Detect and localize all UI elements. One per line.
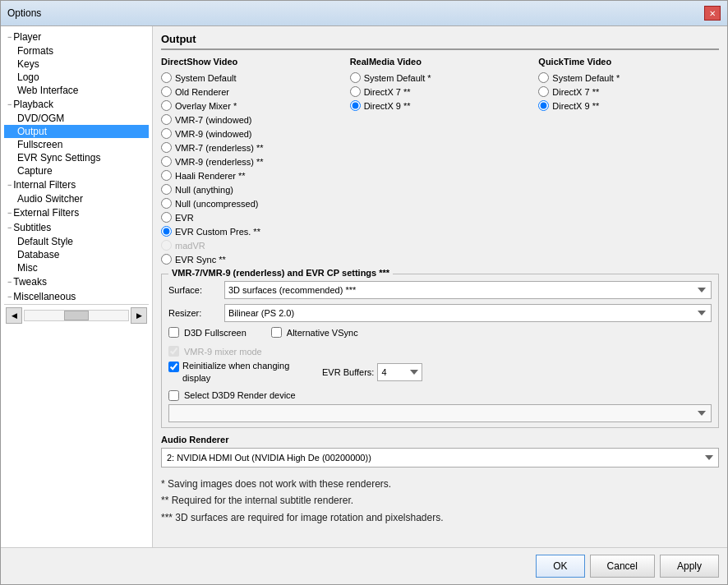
sidebar-item-default-style[interactable]: Default Style	[4, 235, 149, 248]
evr-buffers-label: EVR Buffers:	[322, 367, 374, 377]
radio-label-rm-system-default: System Default *	[364, 73, 431, 83]
radio-label-ds-old-renderer: Old Renderer	[175, 87, 229, 97]
radio-label-qt-system-default: System Default *	[552, 73, 620, 83]
directshow-title: DirectShow Video	[161, 57, 342, 67]
main-content: − PlayerFormatsKeysLogoWeb Interface− Pl…	[1, 26, 727, 547]
radio-item-ds-evr-sync: EVR Sync **	[161, 253, 342, 265]
expand-icon: −	[7, 33, 12, 41]
scroll-thumb[interactable]	[64, 311, 89, 320]
sidebar-item-miscellaneous[interactable]: − Miscellaneous	[4, 289, 149, 304]
radio-item-ds-madvr: madVR	[161, 239, 342, 251]
radio-qt-system-default[interactable]	[538, 72, 549, 83]
radio-label-ds-vmr7-windowed: VMR-7 (windowed)	[175, 115, 252, 125]
d3d9-device-checkbox[interactable]	[168, 390, 179, 401]
scroll-left-button[interactable]: ◀	[6, 307, 22, 324]
vmr9-mixer-checkbox[interactable]	[168, 346, 179, 357]
close-button[interactable]: ✕	[704, 6, 721, 21]
resizer-select[interactable]: Bilinear (PS 2.0)	[224, 304, 712, 322]
sidebar-item-tweaks[interactable]: − Tweaks	[4, 274, 149, 289]
sidebar-item-capture[interactable]: Capture	[4, 164, 149, 177]
radio-label-ds-null-uncompressed: Null (uncompressed)	[175, 199, 258, 209]
sidebar-item-internal-filters[interactable]: − Internal Filters	[4, 177, 149, 192]
radio-label-ds-null-anything: Null (anything)	[175, 185, 233, 195]
sidebar-item-dvd-ogm[interactable]: DVD/OGM	[4, 112, 149, 125]
video-sections: DirectShow Video System DefaultOld Rende…	[161, 57, 719, 265]
notes-section: * Saving images does not work with these…	[161, 476, 719, 526]
alt-vsync-label: Alternative VSync	[287, 328, 358, 338]
note-line: * Saving images does not work with these…	[161, 476, 719, 492]
radio-item-qt-directx9: DirectX 9 **	[538, 99, 719, 112]
radio-item-qt-directx7: DirectX 7 **	[538, 85, 719, 98]
radio-ds-overlay-mixer[interactable]	[161, 100, 172, 111]
radio-ds-old-renderer[interactable]	[161, 86, 172, 97]
sidebar-item-evr-sync[interactable]: EVR Sync Settings	[4, 151, 149, 164]
sidebar-item-output[interactable]: Output	[4, 125, 149, 138]
sidebar-item-player[interactable]: − Player	[4, 30, 149, 44]
expand-icon: −	[7, 292, 12, 301]
expand-icon: −	[7, 100, 12, 108]
title-bar: Options ✕	[1, 1, 727, 26]
quicktime-section: QuickTime Video System Default *DirectX …	[538, 57, 719, 265]
radio-ds-haali[interactable]	[161, 170, 172, 181]
radio-ds-null-anything[interactable]	[161, 184, 172, 195]
sidebar-item-fullscreen[interactable]: Fullscreen	[4, 138, 149, 151]
ok-button[interactable]: OK	[536, 555, 584, 578]
radio-item-qt-system-default: System Default *	[538, 71, 719, 84]
radio-ds-madvr[interactable]	[161, 240, 172, 251]
expand-icon: −	[7, 223, 12, 232]
window-title: Options	[7, 7, 41, 19]
radio-ds-evr[interactable]	[161, 212, 172, 223]
audio-select[interactable]: 2: NVIDIA HDMI Out (NVIDIA High De (0020…	[161, 448, 719, 468]
radio-label-rm-directx7: DirectX 7 **	[364, 87, 411, 97]
radio-label-ds-evr-sync: EVR Sync **	[175, 255, 226, 265]
radio-ds-evr-sync[interactable]	[161, 254, 172, 265]
scroll-track[interactable]	[24, 310, 129, 321]
evr-buffers-select[interactable]: 4	[377, 363, 422, 381]
resizer-label: Resizer:	[168, 308, 218, 318]
radio-ds-system-default[interactable]	[161, 72, 172, 83]
radio-ds-evr-custom[interactable]	[161, 226, 172, 237]
radio-ds-vmr9-windowed[interactable]	[161, 128, 172, 139]
radio-label-qt-directx7: DirectX 7 **	[552, 87, 599, 97]
quicktime-radio-group: System Default *DirectX 7 **DirectX 9 **	[538, 71, 719, 112]
surface-select[interactable]: 3D surfaces (recommended) ***	[224, 281, 712, 299]
sidebar-item-logo[interactable]: Logo	[4, 71, 149, 84]
radio-ds-vmr7-windowed[interactable]	[161, 114, 172, 125]
sidebar-item-formats[interactable]: Formats	[4, 44, 149, 58]
apply-button[interactable]: Apply	[660, 555, 719, 578]
radio-rm-directx9[interactable]	[350, 100, 361, 111]
sidebar-item-database[interactable]: Database	[4, 248, 149, 261]
radio-ds-vmr9-renderless[interactable]	[161, 156, 172, 167]
vmr9-mixer-label: VMR-9 mixer mode	[184, 347, 262, 357]
reinit-checkbox[interactable]	[168, 362, 179, 372]
radio-rm-directx7[interactable]	[350, 86, 361, 97]
sidebar-scrollbar: ◀ ▶	[4, 304, 149, 325]
sidebar-item-misc-sub[interactable]: Misc	[4, 261, 149, 274]
radio-item-ds-vmr9-windowed: VMR-9 (windowed)	[161, 127, 342, 140]
radio-label-ds-vmr7-renderless: VMR-7 (renderless) **	[175, 143, 264, 153]
sidebar-item-playback[interactable]: − Playback	[4, 97, 149, 112]
radio-qt-directx7[interactable]	[538, 86, 549, 97]
d3d-fullscreen-row: D3D Fullscreen	[168, 327, 247, 338]
radio-item-ds-system-default: System Default	[161, 71, 342, 84]
radio-label-ds-evr: EVR	[175, 213, 194, 223]
realmedia-section: RealMedia Video System Default *DirectX …	[350, 57, 531, 265]
sidebar-item-web-interface[interactable]: Web Interface	[4, 84, 149, 97]
radio-ds-null-uncompressed[interactable]	[161, 198, 172, 209]
sidebar-item-keys[interactable]: Keys	[4, 58, 149, 71]
radio-ds-vmr7-renderless[interactable]	[161, 142, 172, 153]
d3d-fullscreen-checkbox[interactable]	[168, 327, 179, 338]
radio-label-ds-evr-custom: EVR Custom Pres. **	[175, 227, 260, 237]
note-line: ** Required for the internal subtitle re…	[161, 492, 719, 509]
sidebar-item-audio-switcher[interactable]: Audio Switcher	[4, 192, 149, 205]
radio-rm-system-default[interactable]	[350, 72, 361, 83]
radio-item-rm-system-default: System Default *	[350, 71, 531, 84]
d3d9-device-select[interactable]	[168, 404, 712, 422]
scroll-right-button[interactable]: ▶	[131, 307, 147, 324]
cancel-button[interactable]: Cancel	[590, 555, 655, 578]
note-line: *** 3D surfaces are required for image r…	[161, 509, 719, 526]
sidebar-item-subtitles[interactable]: − Subtitles	[4, 220, 149, 235]
radio-qt-directx9[interactable]	[538, 100, 549, 111]
sidebar-item-external-filters[interactable]: − External Filters	[4, 205, 149, 220]
alt-vsync-checkbox[interactable]	[271, 327, 282, 338]
